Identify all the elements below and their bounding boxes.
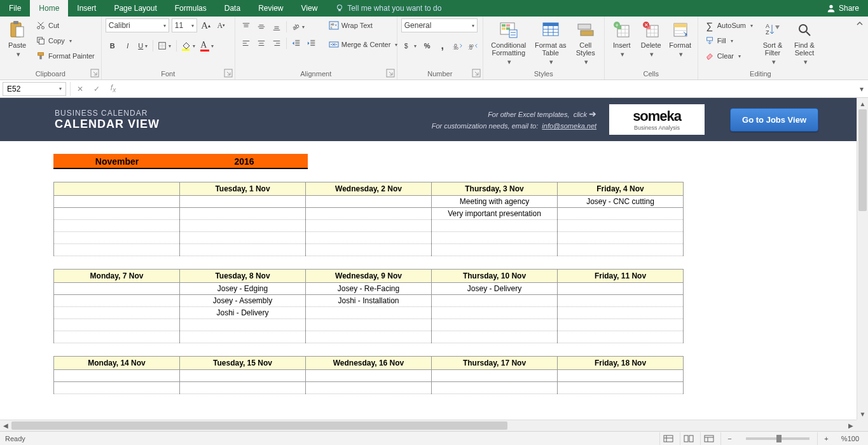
calendar-cell[interactable]: [54, 382, 180, 394]
underline-button[interactable]: U▾: [136, 39, 150, 53]
calendar-cell[interactable]: [54, 319, 180, 331]
calendar-cell[interactable]: [558, 283, 684, 295]
autosum-button[interactable]: ∑ AutoSum▾: [702, 18, 755, 32]
clear-button[interactable]: Clear▾: [702, 49, 755, 63]
calendar-cell[interactable]: [558, 307, 684, 319]
go-to-jobs-button[interactable]: Go to Jobs View: [730, 108, 818, 132]
calendar-cell[interactable]: [306, 244, 432, 256]
calendar-cell[interactable]: [306, 370, 432, 382]
calendar-cell[interactable]: [54, 208, 180, 220]
calendar-cell[interactable]: [558, 331, 684, 343]
bold-button[interactable]: B: [106, 39, 120, 53]
calendar-cell[interactable]: [306, 208, 432, 220]
calendar-cell[interactable]: [54, 295, 180, 307]
share-button[interactable]: Share: [818, 0, 868, 17]
calendar-cell[interactable]: Joshi - Installation: [306, 295, 432, 307]
zoom-value[interactable]: %100: [837, 435, 863, 442]
calendar-cell[interactable]: [306, 232, 432, 244]
calendar-cell[interactable]: Joshi - Delivery: [180, 307, 306, 319]
dialog-launcher-icon[interactable]: [386, 69, 395, 78]
calendar-cell[interactable]: [558, 232, 684, 244]
find-select-button[interactable]: Find & Select▾: [790, 18, 819, 65]
delete-cells-button[interactable]: ✕ Delete▾: [638, 18, 665, 58]
calendar-cell[interactable]: Josey - CNC cutting: [558, 196, 684, 208]
tab-data[interactable]: Data: [216, 0, 249, 17]
calendar-cell[interactable]: [306, 382, 432, 394]
fx-button[interactable]: fx: [105, 82, 121, 96]
format-painter-button[interactable]: Format Painter: [33, 49, 97, 63]
font-name-select[interactable]: Calibri▾: [106, 18, 169, 32]
calendar-cell[interactable]: [432, 220, 558, 232]
increase-indent-button[interactable]: [305, 36, 319, 50]
calendar-cell[interactable]: [54, 331, 180, 343]
normal-view-button[interactable]: [659, 432, 677, 445]
tab-home[interactable]: Home: [30, 0, 68, 17]
calendar-cell[interactable]: [54, 232, 180, 244]
calendar-cell[interactable]: [54, 244, 180, 256]
decrease-font-button[interactable]: A▾: [215, 19, 228, 32]
sort-filter-button[interactable]: AZ Sort & Filter▾: [758, 18, 787, 65]
scroll-up-button[interactable]: ▲: [857, 98, 868, 109]
calendar-cell[interactable]: [180, 208, 306, 220]
comma-button[interactable]: ,: [436, 39, 450, 53]
tab-page-layout[interactable]: Page Layout: [105, 0, 165, 17]
tell-me[interactable]: Tell me what you want to do: [326, 0, 450, 17]
calendar-cell[interactable]: [432, 232, 558, 244]
calendar-cell[interactable]: [306, 319, 432, 331]
accounting-format-button[interactable]: $▾: [401, 39, 419, 53]
calendar-cell[interactable]: [180, 196, 306, 208]
dialog-launcher-icon[interactable]: [90, 69, 99, 78]
collapse-ribbon-button[interactable]: [851, 17, 868, 79]
accept-formula-button[interactable]: ✓: [88, 82, 105, 96]
format-cells-button[interactable]: Format▾: [667, 18, 694, 58]
page-layout-view-button[interactable]: [680, 432, 698, 445]
calendar-cell[interactable]: [558, 370, 684, 382]
cut-button[interactable]: Cut: [33, 18, 97, 32]
align-top-button[interactable]: [239, 20, 253, 34]
decrease-indent-button[interactable]: [289, 36, 303, 50]
align-bottom-button[interactable]: [270, 20, 284, 34]
calendar-cell[interactable]: Meeting with agency: [432, 196, 558, 208]
email-link[interactable]: info@someka.net: [542, 122, 596, 130]
name-box[interactable]: E52▾: [3, 82, 66, 96]
calendar-cell[interactable]: [306, 331, 432, 343]
zoom-in-button[interactable]: +: [817, 432, 835, 445]
calendar-cell[interactable]: [306, 196, 432, 208]
dialog-launcher-icon[interactable]: [224, 69, 233, 78]
scroll-down-button[interactable]: ▼: [857, 408, 868, 420]
calendar-cell[interactable]: Very important presentation: [432, 208, 558, 220]
scroll-thumb[interactable]: [858, 109, 867, 211]
align-center-button[interactable]: [254, 36, 268, 50]
increase-font-button[interactable]: A▴: [200, 19, 212, 32]
calendar-cell[interactable]: [432, 307, 558, 319]
zoom-slider[interactable]: [746, 437, 809, 440]
calendar-cell[interactable]: Josey - Edging: [180, 283, 306, 295]
wrap-text-button[interactable]: abc Wrap Text: [326, 18, 401, 32]
calendar-cell[interactable]: [558, 295, 684, 307]
calendar-cell[interactable]: [306, 220, 432, 232]
calendar-cell[interactable]: [180, 232, 306, 244]
scroll-right-button[interactable]: ▶: [845, 420, 857, 431]
tab-insert[interactable]: Insert: [68, 0, 105, 17]
insert-cells-button[interactable]: + Insert▾: [609, 18, 635, 58]
paste-button[interactable]: Paste▾: [4, 18, 31, 58]
dialog-launcher-icon[interactable]: [472, 69, 481, 78]
fill-button[interactable]: Fill▾: [702, 34, 755, 48]
align-middle-button[interactable]: [254, 20, 268, 34]
tab-file[interactable]: File: [0, 0, 30, 17]
formula-input[interactable]: [121, 82, 855, 96]
copy-button[interactable]: Copy▾: [33, 34, 97, 48]
calendar-cell[interactable]: [54, 307, 180, 319]
scroll-left-button[interactable]: ◀: [0, 420, 11, 431]
calendar-cell[interactable]: [54, 283, 180, 295]
calendar-cell[interactable]: Josey - Assembly: [180, 295, 306, 307]
calendar-cell[interactable]: [180, 370, 306, 382]
calendar-cell[interactable]: [54, 370, 180, 382]
expand-formula-bar-button[interactable]: ▾: [855, 85, 868, 93]
cancel-formula-button[interactable]: ✕: [72, 82, 88, 96]
calendar-cell[interactable]: Josey - Delivery: [432, 283, 558, 295]
calendar-cell[interactable]: Josey - Re-Facing: [306, 283, 432, 295]
font-size-select[interactable]: 11▾: [172, 18, 197, 32]
borders-button[interactable]: ▾: [156, 39, 174, 53]
calendar-cell[interactable]: [54, 196, 180, 208]
